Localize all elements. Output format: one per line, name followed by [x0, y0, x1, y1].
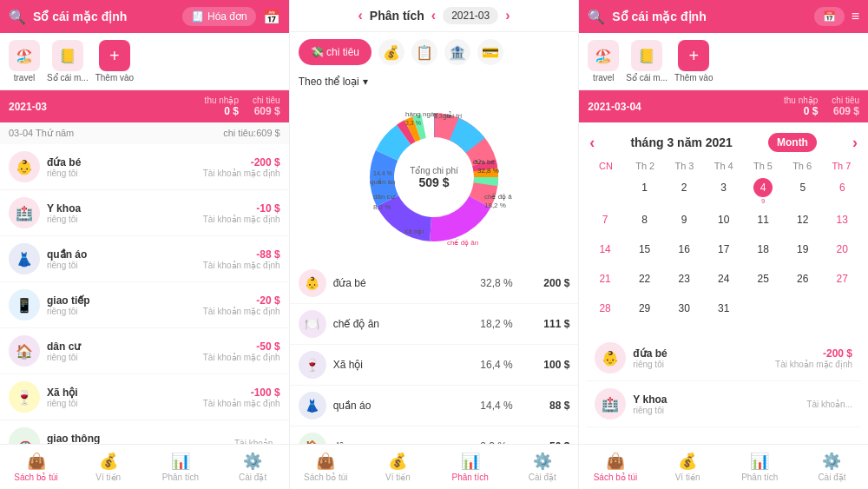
month-label: 2021-03 — [9, 101, 47, 113]
shortcut-travel3[interactable]: 🏖️ travel — [588, 40, 619, 83]
cal-cell-27[interactable]: 27 — [823, 268, 861, 295]
cal-cell-30[interactable]: 30 — [665, 297, 703, 325]
cal-cell-29[interactable]: 29 — [626, 297, 664, 325]
nav3-vitien[interactable]: 💰 Ví tiền — [652, 448, 724, 486]
tab-income[interactable]: 💰 — [378, 39, 404, 65]
cal-cell-12[interactable]: 12 — [784, 208, 822, 236]
cal-cell-15[interactable]: 15 — [626, 238, 664, 266]
cal-cell-1[interactable]: 1 — [626, 176, 664, 207]
list-item[interactable]: 👗 quần áo 14,4 % 88 $ — [290, 386, 579, 426]
nav-vitien[interactable]: 💰 Ví tiền — [72, 448, 144, 486]
dropdown-icon[interactable]: ▾ — [363, 76, 368, 88]
cal-cell-11[interactable]: 11 — [744, 208, 782, 236]
shortcut-travel[interactable]: 🏖️ travel — [9, 40, 40, 83]
category-list: 👶 đứa bé 32,8 % 200 $ 🍽️ chế độ ăn 18,2 … — [290, 260, 579, 444]
nav3-phantich[interactable]: 📊 Phân tích — [724, 448, 796, 486]
cal-cell-31[interactable]: 31 — [705, 297, 743, 325]
nav-caidat[interactable]: ⚙️ Cài đặt — [217, 448, 289, 486]
cal-cell-24[interactable]: 24 — [705, 268, 743, 295]
baby-icon-cal: 👶 — [595, 342, 626, 373]
cal-cell-14[interactable]: 14 — [586, 238, 624, 266]
calendar-view-btn[interactable]: 📅 Sách bỏ túi — [814, 7, 845, 26]
nav2-phantich[interactable]: 📊 Phân tích — [434, 448, 506, 486]
bottom-nav-1: 👜 Sách bỏ túi 💰 Ví tiền 📊 Phân tích ⚙️ C… — [0, 444, 289, 489]
chart-icon3: 📊 — [750, 452, 769, 471]
cal-cell-26[interactable]: 26 — [784, 268, 822, 295]
date-section: 03-04 Thứ năm chi tiêu:609 $ — [0, 122, 289, 144]
nav3-sachbotui[interactable]: 👜 Sách bỏ túi — [579, 448, 651, 486]
table-row[interactable]: 👶 đứa bé riêng tôi -200 $ Tài khoản mặc … — [0, 144, 289, 190]
social-cat-icon: 🍷 — [299, 351, 326, 379]
cal-cell-16[interactable]: 16 — [665, 238, 703, 266]
clothing-cat-icon: 👗 — [299, 392, 326, 420]
food-cat-icon: 🍽️ — [299, 310, 326, 338]
nav2-caidat[interactable]: ⚙️ Cài đặt — [506, 448, 578, 486]
list-item[interactable]: 🍷 Xã hội 16,4 % 100 $ — [290, 345, 579, 386]
tab-bank[interactable]: 🏦 — [444, 39, 470, 65]
tab-chitieu[interactable]: 💸 chi tiêu — [299, 39, 372, 65]
list-item[interactable]: 🏠 dân cư 8,2 % 50 $ — [290, 426, 579, 444]
calendar-icon[interactable]: 📅 — [263, 9, 280, 25]
amounts: thu nhập 0 $ chi tiêu 609 $ — [205, 96, 280, 117]
cal-cell-7[interactable]: 7 — [586, 208, 624, 236]
cal-next-btn[interactable]: › — [852, 134, 858, 152]
shortcut-add[interactable]: + Thêm vào — [95, 40, 134, 83]
cal-cell-22[interactable]: 22 — [626, 268, 664, 295]
tab-report[interactable]: 📋 — [411, 39, 437, 65]
nav3-caidat[interactable]: ⚙️ Cài đặt — [796, 448, 868, 486]
next-btn[interactable]: › — [505, 8, 510, 23]
cal-cell-4[interactable]: 4 9 — [744, 176, 782, 207]
cal-cell-6[interactable]: 6 — [823, 176, 861, 207]
nav2-sachbotui[interactable]: 👜 Sách bỏ túi — [290, 448, 362, 486]
cal-month-view-btn[interactable]: Month — [768, 133, 817, 152]
table-row[interactable]: 🏥 Y khoa riêng tôi -10 $ Tài khoản mặc đ… — [0, 190, 289, 236]
table-row[interactable]: 🍷 Xã hội riêng tôi -100 $ Tài khoản mặc … — [0, 374, 289, 420]
cal-cell-2[interactable]: 2 — [665, 176, 703, 207]
cal-cell-8[interactable]: 8 — [626, 208, 664, 236]
table-row[interactable]: 👶 đứa bé riêng tôi -200 $ Tài khoản mặc … — [586, 335, 861, 381]
list-icon[interactable]: ≡ — [852, 9, 859, 24]
today-dot: 9 — [761, 197, 765, 205]
cal-cell-5[interactable]: 5 — [784, 176, 822, 207]
prev-btn[interactable]: ‹ — [431, 8, 436, 23]
shortcut-ledger[interactable]: 📒 Sổ cái m... — [47, 40, 89, 83]
cal-cell-21[interactable]: 21 — [586, 268, 624, 295]
table-row[interactable]: 🏥 Y khoa riêng tôi Tài khoản... — [586, 381, 861, 427]
settings-icon3: ⚙️ — [822, 452, 841, 471]
filter-tabs: 💸 chi tiêu 💰 📋 🏦 💳 — [290, 32, 579, 72]
cal-grid: 0 1 2 3 4 9 5 6 7 8 9 10 11 12 13 14 15 … — [586, 176, 861, 325]
panel3-header: 🔍 Sổ cái mặc định 📅 Sách bỏ túi ≡ — [579, 0, 868, 33]
cal-cell-28[interactable]: 28 — [586, 297, 624, 325]
list-item[interactable]: 🍽️ chế độ ăn 18,2 % 111 $ — [290, 304, 579, 345]
table-row[interactable]: 🏠 dân cư riêng tôi -50 $ Tài khoản mặc đ… — [0, 328, 289, 374]
period-badge[interactable]: 2021-03 — [443, 7, 498, 24]
nav2-vitien[interactable]: 💰 Ví tiền — [362, 448, 434, 486]
shortcut-ledger3[interactable]: 📒 Sổ cái m... — [626, 40, 667, 83]
list-item[interactable]: 👶 đứa bé 32,8 % 200 $ — [290, 263, 579, 304]
cal-cell-25[interactable]: 25 — [744, 268, 782, 295]
prev-period-btn[interactable]: ‹ — [358, 8, 362, 23]
table-row[interactable]: 📱 giao tiếp riêng tôi -20 $ Tài khoản mặ… — [0, 282, 289, 328]
cal-cell-23[interactable]: 23 — [665, 268, 703, 295]
cal-cell-10[interactable]: 10 — [705, 208, 743, 236]
table-row[interactable]: 🚗 giao thông riêng tôi Tài khoản... — [0, 420, 289, 444]
nav-phantich[interactable]: 📊 Phân tích — [144, 448, 216, 486]
nav-sachbotui[interactable]: 👜 Sách bỏ túi — [0, 448, 72, 486]
cal-cell-20[interactable]: 20 — [823, 238, 861, 266]
cal-cell-9[interactable]: 9 — [665, 208, 703, 236]
search-icon3[interactable]: 🔍 — [588, 9, 605, 25]
invoice-button[interactable]: 🧾 Hóa đơn — [182, 7, 256, 26]
cal-prev-btn[interactable]: ‹ — [589, 134, 595, 152]
cal-cell-19[interactable]: 19 — [784, 238, 822, 266]
cal-cell-3[interactable]: 3 — [705, 176, 743, 207]
chart-icon2: 📊 — [461, 452, 480, 471]
cal-cell-18[interactable]: 18 — [744, 238, 782, 266]
shortcut-add3[interactable]: + Thêm vào — [674, 40, 713, 83]
tab-card[interactable]: 💳 — [477, 39, 503, 65]
table-row[interactable]: 👗 quần áo riêng tôi -88 $ Tài khoản mặc … — [0, 236, 289, 282]
search-icon[interactable]: 🔍 — [9, 9, 26, 25]
ledger-icon: 📒 — [52, 40, 83, 71]
cal-cell-17[interactable]: 17 — [705, 238, 743, 266]
panel2-header: ‹ Phân tích ‹ 2021-03 › — [290, 0, 579, 32]
cal-cell-13[interactable]: 13 — [823, 208, 861, 236]
